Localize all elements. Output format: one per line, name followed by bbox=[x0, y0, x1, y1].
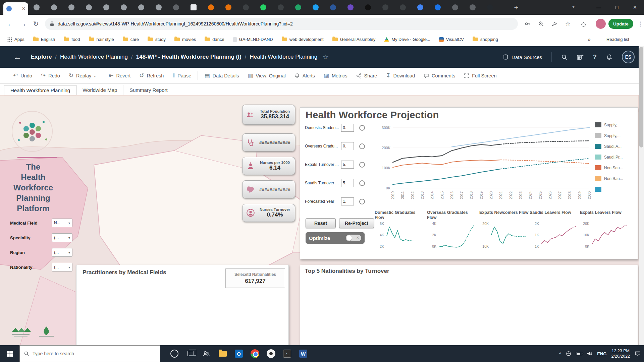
new-tab-button[interactable] bbox=[511, 3, 521, 13]
taskbar-clock[interactable]: 12:23 PM 2/20/2022 bbox=[611, 348, 630, 359]
browser-tab[interactable] bbox=[138, 4, 144, 10]
browser-tab[interactable] bbox=[347, 4, 354, 10]
forward-icon[interactable]: → bbox=[18, 19, 28, 29]
bookmark-folder[interactable]: care bbox=[123, 37, 139, 42]
param-input[interactable]: 1. bbox=[341, 197, 354, 205]
browser-tab[interactable] bbox=[34, 4, 40, 10]
reload-icon[interactable]: ↻ bbox=[31, 19, 41, 29]
legend-entry[interactable]: Supply,... bbox=[595, 122, 636, 127]
panda-app-icon[interactable] bbox=[263, 345, 279, 362]
metrics-button[interactable]: Metrics bbox=[319, 73, 352, 78]
tab-health-workforce-planning[interactable]: Health Workforce Planning bbox=[4, 85, 76, 95]
file-explorer-icon[interactable] bbox=[215, 345, 231, 362]
browser-tab[interactable] bbox=[452, 4, 458, 10]
browser-tab[interactable] bbox=[103, 4, 109, 10]
param-slider-handle[interactable] bbox=[359, 180, 365, 186]
user-avatar[interactable]: ES bbox=[622, 51, 635, 63]
kpi-masked-2[interactable]: ############ bbox=[242, 180, 295, 198]
tab-summary-report[interactable]: Summary Report bbox=[123, 85, 174, 95]
legend-entry[interactable]: Saudi,Pr... bbox=[595, 155, 636, 160]
bookmark-folder[interactable]: movies bbox=[174, 37, 196, 42]
language-indicator[interactable]: ENG bbox=[597, 351, 606, 356]
kpi-nurses-per-1000[interactable]: Nurses per 10006.14 bbox=[242, 157, 295, 175]
browser-tab[interactable] bbox=[382, 4, 388, 10]
browser-tab[interactable] bbox=[86, 4, 92, 10]
replay-button[interactable]: Replay bbox=[64, 73, 100, 78]
param-input[interactable]: 0. bbox=[341, 124, 354, 132]
view-original-button[interactable]: View: Original bbox=[243, 73, 290, 78]
revert-button[interactable]: Revert bbox=[104, 73, 135, 78]
reproject-button[interactable]: Re-Project bbox=[339, 218, 374, 228]
taskbar-search-input[interactable]: Type here to search bbox=[19, 345, 160, 362]
network-globe-icon[interactable] bbox=[566, 351, 571, 356]
battery-icon[interactable] bbox=[576, 352, 582, 355]
data-details-button[interactable]: Data Details bbox=[200, 73, 243, 78]
legend-entry[interactable]: Non Sau... bbox=[595, 165, 636, 170]
tab-overflow-chevron-icon[interactable] bbox=[572, 4, 575, 9]
param-input[interactable]: 5. bbox=[341, 161, 354, 169]
back-arrow-icon[interactable] bbox=[13, 52, 21, 62]
bell-icon[interactable] bbox=[606, 54, 612, 60]
nationality-dropdown[interactable]: (... bbox=[52, 263, 72, 272]
browser-tab[interactable] bbox=[208, 4, 214, 10]
browser-tab[interactable] bbox=[68, 4, 74, 10]
browser-tab[interactable] bbox=[470, 4, 476, 10]
bookmark-visualcv[interactable]: VisualCV bbox=[439, 37, 464, 42]
bookmark-folder[interactable]: dance bbox=[205, 37, 224, 42]
param-slider-handle[interactable] bbox=[359, 199, 365, 204]
legend-entry[interactable] bbox=[595, 187, 636, 192]
turnover-chart[interactable] bbox=[332, 273, 628, 301]
window-close-button[interactable] bbox=[626, 0, 644, 15]
param-slider-handle[interactable] bbox=[359, 162, 365, 168]
bookmark-folder[interactable]: study bbox=[148, 37, 166, 42]
speciality-dropdown[interactable]: (... bbox=[52, 233, 72, 242]
browser-tab[interactable] bbox=[330, 4, 336, 10]
bookmark-folder[interactable]: shopping bbox=[473, 37, 498, 42]
kpi-nurses-turnover[interactable]: Nurses Turnover0.74% bbox=[242, 204, 295, 222]
bookmark-star-icon[interactable] bbox=[564, 19, 572, 28]
browser-tab[interactable] bbox=[121, 4, 127, 10]
active-browser-tab[interactable] bbox=[3, 2, 28, 15]
comments-button[interactable]: Comments bbox=[419, 73, 460, 78]
optimize-button[interactable]: Optimize bbox=[306, 232, 365, 244]
task-view-icon[interactable] bbox=[182, 345, 199, 362]
bookmark-folder[interactable]: hair style bbox=[89, 37, 114, 42]
browser-tab[interactable] bbox=[435, 4, 441, 10]
browser-tab[interactable] bbox=[417, 4, 423, 10]
browser-tab[interactable] bbox=[313, 4, 319, 10]
speaker-icon[interactable] bbox=[587, 351, 592, 356]
address-bar[interactable]: data.scfhs.gov.sa/#/views/148-WP-HealthW… bbox=[45, 18, 518, 30]
bubble-chart[interactable] bbox=[79, 275, 223, 345]
param-slider-handle[interactable] bbox=[359, 125, 365, 131]
start-button[interactable] bbox=[0, 345, 19, 362]
browser-tab[interactable] bbox=[225, 4, 231, 10]
reading-list-button[interactable]: Reading list bbox=[606, 37, 629, 42]
browser-tab[interactable] bbox=[365, 4, 371, 10]
extensions-puzzle-icon[interactable] bbox=[580, 19, 588, 28]
param-input[interactable]: 0. bbox=[341, 142, 354, 150]
bookmark-folder[interactable]: food bbox=[64, 37, 80, 42]
action-center-icon[interactable] bbox=[635, 351, 641, 357]
favorite-star-icon[interactable] bbox=[323, 53, 329, 61]
legend-entry[interactable]: Saudi,A... bbox=[595, 144, 636, 149]
browser-tab[interactable] bbox=[156, 4, 162, 10]
data-sources-button[interactable]: Data Sources bbox=[503, 54, 542, 60]
turnover-chart[interactable] bbox=[332, 326, 628, 345]
browser-tab[interactable] bbox=[487, 4, 493, 10]
param-input[interactable]: 5. bbox=[341, 179, 354, 187]
browser-menu-icon[interactable] bbox=[637, 19, 644, 29]
help-icon[interactable] bbox=[593, 54, 597, 61]
scrollbar-thumb[interactable] bbox=[639, 47, 643, 147]
cortana-icon[interactable] bbox=[166, 345, 182, 362]
undo-button[interactable]: Undo bbox=[9, 73, 37, 78]
reset-button[interactable]: Reset bbox=[306, 218, 336, 228]
window-minimize-button[interactable] bbox=[590, 0, 608, 15]
breadcrumb-project[interactable]: Health Workforce Planning bbox=[60, 54, 128, 60]
zoom-icon[interactable] bbox=[537, 19, 545, 28]
breadcrumb-workbook[interactable]: 148-WP - Health Workforce Planning (I) bbox=[136, 54, 241, 60]
browser-tab[interactable] bbox=[51, 4, 57, 10]
param-slider-handle[interactable] bbox=[359, 143, 365, 149]
pause-button[interactable]: Pause bbox=[168, 73, 196, 78]
bookmarks-overflow-icon[interactable] bbox=[588, 37, 591, 43]
full-screen-button[interactable]: Full Screen bbox=[460, 73, 501, 78]
